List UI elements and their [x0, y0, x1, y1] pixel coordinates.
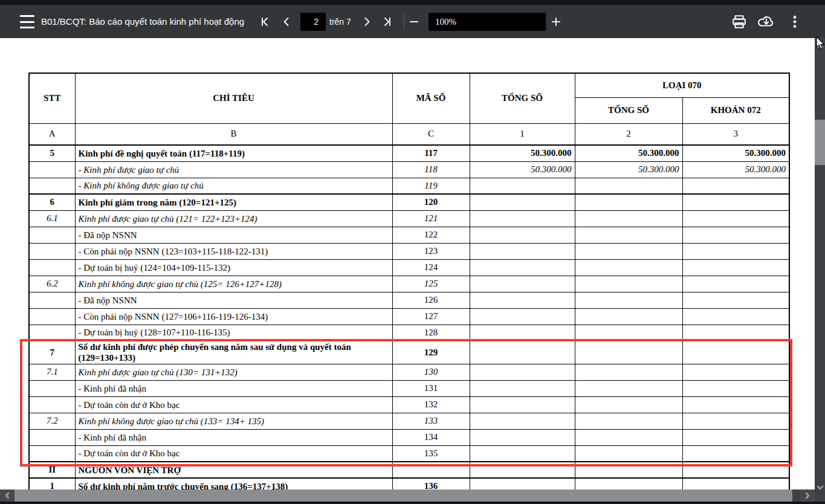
cell-chi-tieu: - Đã nộp NSNN [75, 292, 392, 308]
cell-chi-tieu: Số dư kinh phí được phép chuyển sang năm… [75, 341, 392, 364]
toolbar-divider [404, 13, 404, 30]
cell-loai-tong-so [575, 194, 682, 210]
cell-stt [29, 445, 75, 462]
scroll-down-button[interactable] [815, 481, 825, 494]
cell-loai-tong-so [575, 341, 682, 364]
vertical-scrollbar-thumb[interactable] [815, 120, 825, 165]
previous-page-button[interactable] [281, 16, 292, 27]
report-table: STT CHỈ TIÊU MÃ SỐ TỔNG SỐ LOẠI 070 TỔNG… [28, 73, 790, 495]
download-button[interactable] [758, 14, 775, 30]
cell-khoan-072 [682, 292, 789, 308]
cell-chi-tieu: - Dự toán còn dư ở Kho bạc [75, 396, 392, 413]
header-tong-so: TỔNG SỐ [470, 73, 575, 123]
cell-ma-so: 134 [392, 429, 470, 445]
first-page-button[interactable] [259, 16, 270, 27]
report-table-body: 5 Kinh phí đề nghị quyết toán (117=118+1… [29, 145, 789, 494]
cell-loai-tong-so [575, 364, 682, 380]
cell-khoan-072 [682, 413, 789, 429]
table-row: 6 Kinh phí giảm trong năm (120=121+125) … [29, 194, 789, 210]
header-loai-070: LOẠI 070 [575, 73, 789, 97]
pdf-viewer-window: B01/BCQT: Báo cáo quyết toán kinh phí ho… [0, 0, 825, 504]
cell-khoan-072 [682, 364, 789, 380]
table-row: 5 Kinh phí đề nghị quyết toán (117=118+1… [29, 145, 789, 161]
cell-khoan-072 [682, 396, 789, 413]
cell-stt [29, 429, 75, 445]
print-button[interactable] [731, 14, 747, 30]
cell-ma-so: 133 [392, 413, 470, 429]
chevron-left-icon [281, 16, 292, 27]
zoom-out-button[interactable] [409, 16, 419, 27]
cell-ma-so: 122 [392, 227, 470, 243]
horizontal-scrollbar[interactable] [0, 489, 815, 502]
cell-khoan-072 [682, 380, 789, 396]
cell-loai-tong-so [575, 325, 682, 341]
table-row: II NGUỒN VỐN VIỆN TRỢ [29, 462, 789, 478]
cell-stt [29, 259, 75, 276]
cell-loai-tong-so [575, 396, 682, 413]
col-letter: C [392, 123, 470, 145]
cell-tong-so [470, 396, 575, 413]
cell-stt: 7.1 [29, 364, 75, 380]
cell-chi-tieu: NGUỒN VỐN VIỆN TRỢ [75, 462, 392, 478]
vertical-scrollbar[interactable] [815, 38, 825, 502]
cell-khoan-072 [682, 259, 789, 276]
cell-stt: II [29, 462, 75, 478]
more-options-button[interactable] [787, 14, 803, 30]
cell-ma-so: 121 [392, 210, 470, 227]
chevron-right-icon [804, 492, 810, 499]
page-count-label: trên 7 [329, 17, 351, 27]
zoom-in-button[interactable] [551, 16, 561, 27]
header-stt: STT [29, 73, 75, 123]
pdf-page-canvas[interactable]: STT CHỈ TIÊU MÃ SỐ TỔNG SỐ LOẠI 070 TỔNG… [0, 38, 815, 502]
cell-ma-so: 127 [392, 308, 470, 325]
cell-loai-tong-so [575, 380, 682, 396]
minus-icon [409, 16, 419, 27]
header-khoan-072: KHOẢN 072 [682, 97, 789, 123]
table-row: - Kinh phí không được giao tự chủ 119 [29, 178, 789, 194]
menu-icon [20, 15, 34, 17]
table-row: 6.1 Kinh phí được giao tự chủ (121= 122+… [29, 210, 789, 227]
table-row: - Đã nộp NSNN 126 [29, 292, 789, 308]
chevron-left-icon [4, 492, 10, 499]
cell-stt [29, 161, 75, 178]
cell-ma-so: 119 [392, 178, 470, 194]
page-number-input[interactable] [300, 13, 326, 31]
last-page-icon [382, 16, 393, 27]
cell-ma-so: 135 [392, 445, 470, 462]
table-row: 7.1 Kinh phí được giao tự chủ (130= 131+… [29, 364, 789, 380]
cell-khoan-072 [682, 341, 789, 364]
zoom-level-input[interactable]: 100% [429, 13, 546, 31]
cell-loai-tong-so: 50.300.000 [575, 145, 682, 161]
table-row: - Kinh phí đã nhận 131 [29, 380, 789, 396]
cell-ma-so: 123 [392, 243, 470, 259]
scroll-left-button[interactable] [0, 489, 15, 502]
cell-chi-tieu: Kinh phí giảm trong năm (120=121+125) [75, 194, 392, 210]
table-row: - Kinh phí được giao tự chủ 118 50.300.0… [29, 161, 789, 178]
chevron-down-icon [817, 485, 824, 491]
table-row: 6.2 Kinh phí không được giao tự chủ (125… [29, 276, 789, 292]
cell-tong-so [470, 308, 575, 325]
cell-chi-tieu: - Kinh phí không được giao tự chủ [75, 178, 392, 194]
print-icon [731, 14, 747, 30]
hamburger-menu-button[interactable] [19, 15, 35, 28]
window-top-strip [0, 0, 825, 5]
scroll-right-button[interactable] [800, 489, 815, 502]
cell-tong-so [470, 243, 575, 259]
cell-chi-tieu: - Kinh phí đã nhận [75, 380, 392, 396]
cloud-download-icon [758, 14, 775, 30]
cell-tong-so [470, 227, 575, 243]
horizontal-scrollbar-thumb[interactable] [15, 489, 792, 502]
cell-tong-so [470, 380, 575, 396]
cell-tong-so [470, 341, 575, 364]
cell-loai-tong-so [575, 292, 682, 308]
cell-chi-tieu: Kinh phí được giao tự chủ (130= 131+132) [75, 364, 392, 380]
last-page-button[interactable] [382, 16, 393, 27]
cell-chi-tieu: - Đã nộp NSNN [75, 227, 392, 243]
next-page-button[interactable] [361, 16, 372, 27]
chevron-up-icon [817, 43, 824, 49]
scroll-up-button[interactable] [815, 39, 825, 53]
cell-chi-tieu: - Còn phải nộp NSNN (123=103+115-118-122… [75, 243, 392, 259]
cell-chi-tieu: - Dự toán còn dư ở Kho bạc [75, 445, 392, 462]
cell-stt [29, 308, 75, 325]
cell-ma-so: 124 [392, 259, 470, 276]
